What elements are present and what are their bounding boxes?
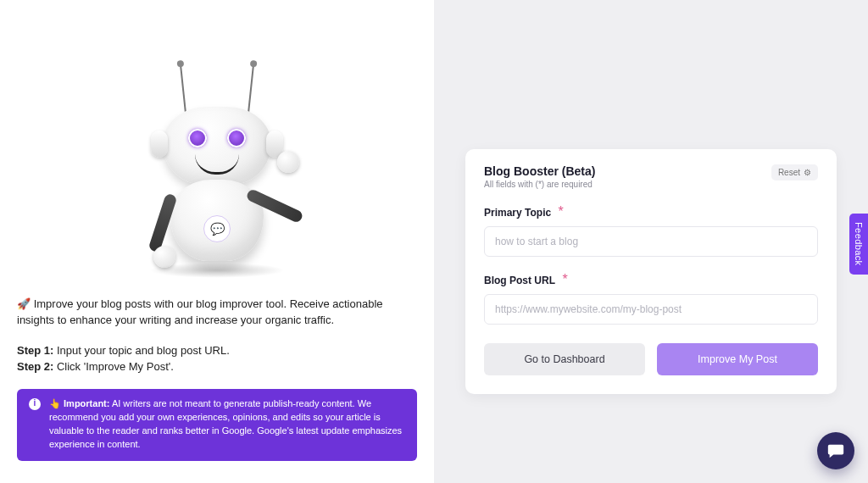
required-marker: * xyxy=(559,204,564,219)
reset-button[interactable]: Reset ⚙ xyxy=(771,164,818,180)
step-2-label: Step 2: xyxy=(17,360,53,373)
card-title: Blog Booster (Beta) xyxy=(484,164,595,178)
chat-fab[interactable] xyxy=(817,432,854,469)
step-2: Step 2: Click 'Improve My Post'. xyxy=(17,358,417,375)
form-card: Blog Booster (Beta) All fields with (*) … xyxy=(465,149,837,394)
required-marker: * xyxy=(562,272,567,286)
step-1-label: Step 1: xyxy=(17,344,53,357)
notice-body: 👆 Important: AI writers are not meant to… xyxy=(49,397,405,452)
notice-label: Important: xyxy=(64,398,109,408)
chat-icon xyxy=(826,441,845,460)
improve-my-post-button[interactable]: Improve My Post xyxy=(657,343,818,375)
pointing-up-icon: 👆 xyxy=(49,398,61,408)
primary-topic-input[interactable] xyxy=(484,226,818,257)
primary-topic-field: Primary Topic * xyxy=(484,204,818,257)
go-to-dashboard-button[interactable]: Go to Dashboard xyxy=(484,343,645,375)
important-notice: i 👆 Important: AI writers are not meant … xyxy=(17,389,417,462)
blog-url-label: Blog Post URL xyxy=(484,275,555,286)
reset-label: Reset xyxy=(778,168,800,177)
right-panel: Blog Booster (Beta) All fields with (*) … xyxy=(434,0,868,483)
intro-text: Improve your blog posts with our blog im… xyxy=(17,297,383,326)
primary-topic-label: Primary Topic xyxy=(484,207,551,219)
step-2-text: Click 'Improve My Post'. xyxy=(53,360,174,373)
blog-url-input[interactable] xyxy=(484,294,818,325)
gear-icon: ⚙ xyxy=(804,168,811,177)
rocket-icon: 🚀 xyxy=(17,297,31,310)
step-1-text: Input your topic and blog post URL. xyxy=(53,344,229,357)
intro-paragraph: 🚀 Improve your blog posts with our blog … xyxy=(17,297,417,329)
robot-belly-icon: 💬 xyxy=(203,215,231,242)
robot-illustration: 💬 xyxy=(17,66,417,278)
step-1: Step 1: Input your topic and blog post U… xyxy=(17,342,417,359)
feedback-tab[interactable]: Feedback xyxy=(849,214,868,275)
blog-url-field: Blog Post URL * xyxy=(484,272,818,325)
info-icon: i xyxy=(29,398,41,410)
steps-block: Step 1: Input your topic and blog post U… xyxy=(17,342,417,375)
left-panel: 💬 🚀 Improve your blog posts with our blo… xyxy=(0,0,434,483)
card-subtitle: All fields with (*) are required xyxy=(484,180,595,189)
